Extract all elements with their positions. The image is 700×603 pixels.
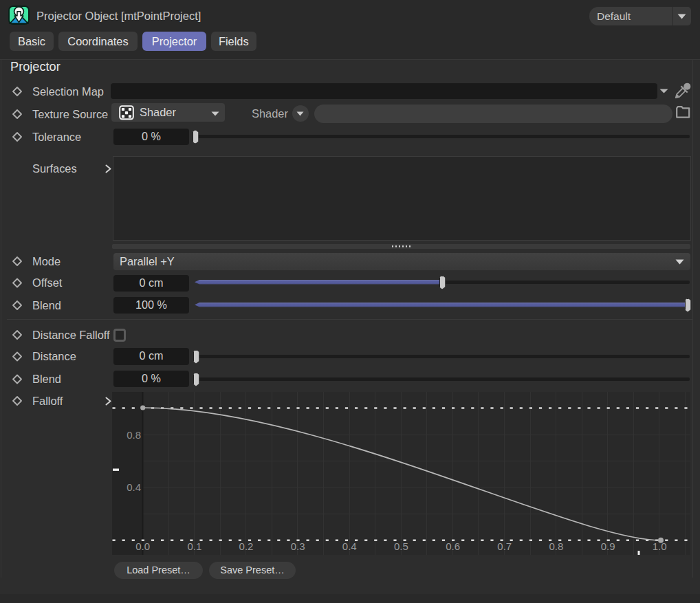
svg-text:0.4: 0.4	[342, 540, 357, 552]
svg-text:0.6: 0.6	[446, 540, 460, 552]
svg-text:0.8: 0.8	[549, 540, 563, 552]
svg-text:0.3: 0.3	[291, 540, 305, 552]
svg-text:0.4: 0.4	[127, 481, 141, 493]
svg-text:0.1: 0.1	[187, 540, 201, 552]
svg-text:0.0: 0.0	[135, 540, 150, 552]
svg-text:0.9: 0.9	[601, 540, 615, 552]
svg-text:0.2: 0.2	[239, 540, 254, 552]
svg-text:1.0: 1.0	[653, 540, 667, 552]
svg-text:0.7: 0.7	[497, 540, 512, 552]
svg-text:0.8: 0.8	[127, 428, 141, 440]
svg-text:0.5: 0.5	[394, 540, 408, 552]
